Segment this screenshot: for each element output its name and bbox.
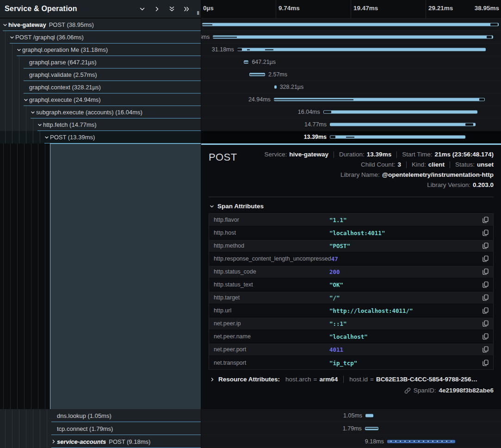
copy-icon[interactable] [482,307,489,314]
attribute-value: "OK" [329,281,343,288]
copy-icon[interactable] [482,255,489,262]
chevron-down-icon[interactable] [16,48,22,52]
span-tree-cell[interactable]: graphql.operation Me (31.18ms) [0,44,201,56]
copy-icon[interactable] [482,281,489,288]
span-bar[interactable] [249,73,265,76]
chevron-right-icon[interactable] [50,439,57,444]
span-bar-cell[interactable]: 13.39ms [201,131,501,143]
chevron-down-icon[interactable] [139,6,146,12]
attribute-key: net.peer.port [214,346,329,353]
span-bar-cell[interactable]: 9.18ms [201,435,501,448]
span-bar[interactable] [330,136,465,139]
span-tree-cell[interactable]: hive-gateway POST (38.95ms) [0,19,201,31]
copy-icon[interactable] [482,268,489,275]
span-bar[interactable] [274,86,277,89]
span-tree-cell[interactable]: graphql.parse (647.21µs) [0,56,201,68]
span-bar-cell[interactable]: 38.95ms [201,19,501,31]
span-tree-cell[interactable]: service-accounts POST (9.18ms) [0,435,201,448]
chevron-down-icon[interactable] [2,23,8,27]
span-bar-cell[interactable]: 14.77ms [201,118,501,131]
span-meta-line-1: Service: hive-gateway Duration: 13.39ms … [264,149,494,160]
span-row-http-fetch[interactable]: http.fetch (14.77ms) 14.77ms [0,118,501,131]
span-operation-label: POST (13.39ms) [50,134,95,141]
span-tree-cell[interactable]: POST /graphql (36.06ms) [0,31,201,44]
span-row-graphql-parse[interactable]: graphql.parse (647.21µs) 647.21µs [0,56,501,68]
span-bar[interactable] [323,111,477,114]
attribute-value: 200 [329,268,340,275]
span-tree-cell[interactable]: POST (13.39ms) [0,131,201,143]
span-tree-cell[interactable]: graphql.validate (2.57ms) [0,68,201,81]
span-tree-cell[interactable]: http.fetch (14.77ms) [0,118,201,131]
copy-icon[interactable] [482,333,489,340]
span-bar[interactable] [213,36,493,39]
span-row-subgraph-execute[interactable]: subgraph.execute (accounts) (16.04ms) 16… [0,106,501,118]
span-bar[interactable] [274,98,485,101]
indent-guides [2,435,50,448]
span-bar[interactable] [202,23,499,26]
span-tree-cell[interactable]: tcp.connect (1.79ms) [0,422,201,435]
span-row-graphql-execute[interactable]: graphql.execute (24.94ms) 24.94ms [0,93,501,106]
chevron-right-icon[interactable] [154,6,161,12]
span-tree-cell[interactable]: graphql.context (328.21µs) [0,81,201,93]
double-chevron-down-icon[interactable] [168,6,175,12]
chevron-down-icon[interactable] [23,98,29,102]
span-row-graphql-operation-me[interactable]: graphql.operation Me (31.18ms) 31.18ms [0,44,501,56]
chevron-down-icon[interactable] [30,110,36,115]
span-row-post-selected[interactable]: POST (13.39ms) 13.39ms [0,131,501,143]
copy-icon[interactable] [482,320,489,327]
span-bar-cell[interactable]: 1.05ms [201,409,501,422]
meta-start-time-value: 21ms (23:56:48.174) [434,149,494,160]
copy-icon[interactable] [482,294,489,301]
attribute-key: http.status_code [214,268,329,275]
indent-guides [2,44,16,56]
link-icon[interactable] [404,387,411,394]
copy-icon[interactable] [482,243,489,249]
span-row-graphql-validate[interactable]: graphql.validate (2.57ms) 2.57ms [0,68,501,81]
span-bar-cell[interactable]: 2.57ms [201,68,501,81]
span-bar[interactable] [244,61,248,64]
span-bar[interactable] [365,414,373,417]
meta-duration-value: 13.39ms [367,149,391,160]
span-bar[interactable] [330,123,476,126]
span-tree-cell[interactable]: subgraph.execute (accounts) (16.04ms) [0,106,201,118]
copy-icon[interactable] [482,360,489,366]
span-operation-label: tcp.connect (1.79ms) [57,425,113,432]
span-row-hive-gateway-post[interactable]: hive-gateway POST (38.95ms) 38.95ms [0,19,501,31]
copy-icon[interactable] [482,230,489,236]
resource-attributes-toggle[interactable]: Resource Attributes: host.arch = arm64 h… [209,376,494,383]
chevron-down-icon[interactable] [43,135,50,140]
span-duration-label: 14.77ms [304,121,327,128]
copy-icon[interactable] [482,346,489,353]
span-attributes-toggle[interactable]: Span Attributes [210,203,494,210]
panel-divider[interactable] [201,0,201,448]
double-chevron-right-icon[interactable] [183,6,190,12]
chevron-down-icon[interactable] [37,123,43,127]
span-bar-cell[interactable]: 16.04ms [201,106,501,118]
span-bar-cell[interactable]: 328.21µs [201,81,501,93]
span-bar[interactable] [237,48,486,51]
panel-resize-handle[interactable]: ‖ [197,10,200,16]
span-bar-cell[interactable]: 647.21µs [201,56,501,68]
span-row-service-accounts-post[interactable]: service-accounts POST (9.18ms) 9.18ms [0,435,501,448]
selected-span-detail-block [50,143,201,409]
timeline-ruler[interactable]: 0µs 9.74ms 19.47ms 29.21ms 38.95ms [201,0,501,19]
span-row-post-graphql[interactable]: POST /graphql (36.06ms) 36.06ms [0,31,501,44]
span-bar-cell[interactable]: 36.06ms [201,31,501,44]
span-bar[interactable] [387,440,455,443]
span-tree-cell[interactable]: graphql.execute (24.94ms) [0,93,201,106]
span-bar-cell[interactable]: 31.18ms [201,44,501,56]
span-operation-label: graphql.context (328.21µs) [29,84,101,91]
span-operation-label: http.fetch (14.77ms) [43,121,97,128]
span-bar-cell[interactable]: 1.79ms [201,422,501,435]
copy-icon[interactable] [482,217,489,223]
detail-row-indent-strip [0,143,50,409]
span-tree-cell[interactable]: dns.lookup (1.05ms) [0,409,201,422]
span-row-tcp-connect[interactable]: tcp.connect (1.79ms) 1.79ms [0,422,501,435]
span-row-graphql-context[interactable]: graphql.context (328.21µs) 328.21µs [0,81,501,93]
span-bar-cell[interactable]: 24.94ms [201,93,501,106]
span-bar[interactable] [365,427,378,430]
meta-duration-label: Duration: [339,149,365,160]
span-row-dns-lookup[interactable]: dns.lookup (1.05ms) 1.05ms [0,409,501,422]
chevron-down-icon[interactable] [9,35,15,40]
attribute-value: "POST" [329,243,350,249]
